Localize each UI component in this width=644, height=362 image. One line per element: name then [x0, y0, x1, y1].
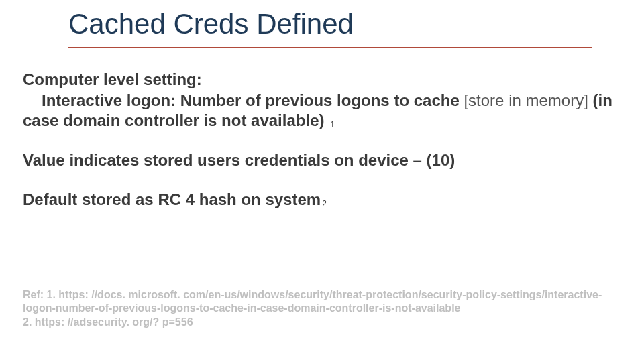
footnote-ref-1: 1	[329, 120, 335, 129]
title-underline	[68, 47, 592, 48]
ref-2-prefix: 2.	[23, 316, 35, 328]
setting-name-part1: Interactive logon: Number of previous lo…	[23, 91, 464, 109]
default-text: Default stored as RC 4 hash on system	[23, 190, 321, 208]
setting-bracket: [store in memory]	[464, 91, 592, 109]
slide-title: Cached Creds Defined	[68, 8, 354, 40]
paragraph-setting: Computer level setting: Interactive logo…	[23, 70, 613, 131]
ref-1-url: https: //docs. microsoft. com/en-us/wind…	[23, 289, 602, 314]
ref-2-url: https: //adsecurity. org/? p=556	[35, 316, 193, 328]
paragraph-value: Value indicates stored users credentials…	[23, 150, 613, 171]
paragraph-default: Default stored as RC 4 hash on system2	[23, 190, 613, 210]
slide: Cached Creds Defined Computer level sett…	[0, 0, 644, 362]
ref-1-prefix: Ref: 1.	[23, 289, 58, 300]
references: Ref: 1. https: //docs. microsoft. com/en…	[23, 288, 627, 329]
slide-body: Computer level setting: Interactive logo…	[23, 70, 613, 229]
setting-label: Computer level setting:	[23, 70, 202, 88]
footnote-ref-2: 2	[321, 199, 327, 208]
